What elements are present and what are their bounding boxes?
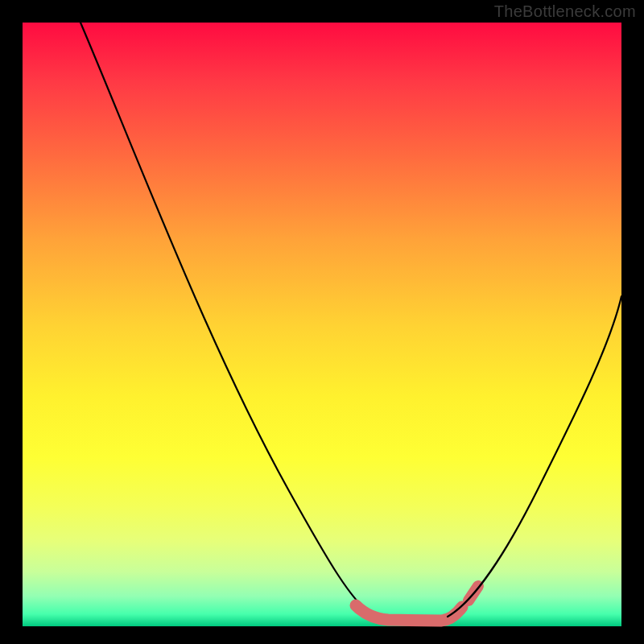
plot-area [23, 23, 621, 626]
chart-svg [23, 23, 621, 626]
right-curve [448, 296, 621, 617]
left-curve [80, 23, 374, 617]
chart-stage: TheBottleneck.com [0, 0, 644, 644]
watermark-text: TheBottleneck.com [494, 2, 636, 21]
bottom-highlight-curve [356, 605, 462, 621]
